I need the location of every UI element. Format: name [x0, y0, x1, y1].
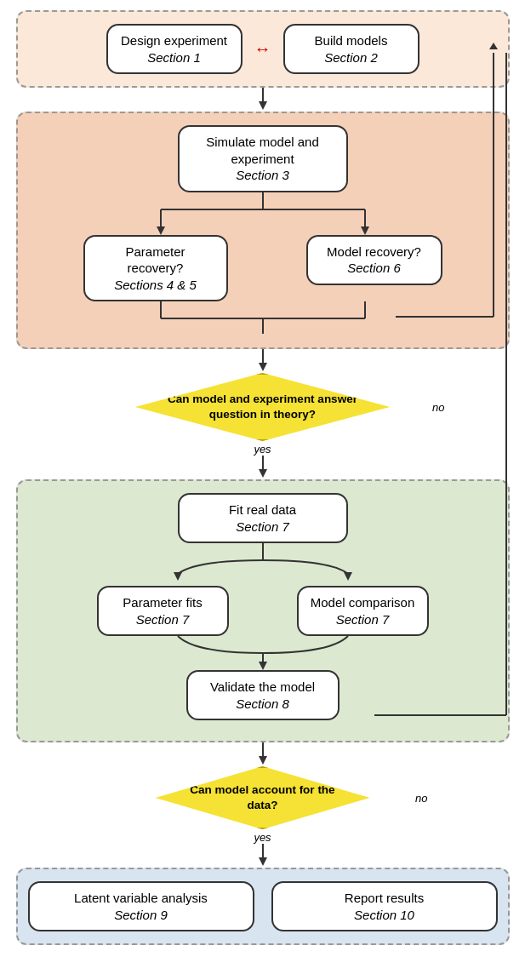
merge-svg-1 — [84, 301, 442, 335]
diamond1-no-label: no — [432, 401, 444, 414]
parameter-fits-label: Parameter fits — [123, 595, 202, 610]
design-experiment-box: Design experiment Section 1 — [106, 24, 243, 74]
fit-real-data-label: Fit real data — [229, 502, 296, 517]
flowchart: Design experiment Section 1 ↔ Build mode… — [0, 0, 525, 955]
branch-svg-2 — [93, 543, 433, 586]
svg-marker-7 — [361, 226, 369, 235]
simulate-section-bg: Simulate model and experiment Section 3 — [16, 112, 510, 349]
parameter-recovery-section: Sections 4 & 5 — [97, 277, 214, 294]
diamond1-wrapper: Can model and experiment answer question… — [118, 373, 408, 441]
model-comparison-label: Model comparison — [311, 595, 415, 610]
simulate-label: Simulate model and experiment — [206, 135, 319, 166]
parameter-recovery-label: Parameter recovery? — [125, 244, 185, 276]
svg-marker-24 — [259, 857, 267, 866]
latent-variable-section: Section 9 — [42, 907, 241, 924]
merge-svg-2 — [93, 636, 433, 670]
svg-marker-17 — [174, 572, 182, 581]
report-results-label: Report results — [345, 891, 424, 905]
validate-box: Validate the model Section 8 — [186, 670, 340, 720]
double-arrow-icon: ↔ — [251, 39, 275, 59]
diamond2-container: Can model account for the data? no yes — [16, 766, 510, 844]
parameter-fits-box: Parameter fits Section 7 — [97, 586, 229, 636]
arrow-4 — [250, 742, 276, 766]
arrow-3 — [250, 456, 276, 479]
blue-section-bg: Latent variable analysis Section 9 Repor… — [16, 868, 510, 945]
model-recovery-label: Model recovery? — [327, 244, 421, 259]
arrow-1 — [250, 88, 276, 112]
top-section-bg: Design experiment Section 1 ↔ Build mode… — [16, 10, 510, 88]
model-recovery-section: Section 6 — [320, 260, 429, 277]
arrow-5 — [250, 844, 276, 868]
top-row: Design experiment Section 1 ↔ Build mode… — [28, 24, 498, 74]
diamond1-container: Can model and experiment answer question… — [16, 373, 510, 456]
svg-marker-22 — [259, 756, 267, 765]
diamond2-no-label: no — [415, 792, 427, 805]
latent-variable-label: Latent variable analysis — [74, 891, 208, 905]
diamond2-wrapper: Can model account for the data? no — [135, 766, 391, 829]
parameter-fits-section: Section 7 — [111, 611, 215, 628]
diamond1-label: Can model and experiment answer question… — [161, 392, 365, 421]
fit-real-data-box: Fit real data Section 7 — [178, 493, 348, 543]
build-models-box: Build models Section 2 — [283, 24, 419, 74]
diamond2-shape: Can model account for the data? — [135, 766, 391, 829]
svg-marker-15 — [259, 469, 267, 478]
diamond2-label: Can model account for the data? — [180, 782, 346, 812]
simulate-section: Section 3 — [191, 167, 334, 184]
parameter-recovery-box: Parameter recovery? Sections 4 & 5 — [83, 235, 228, 302]
fit-real-data-section: Section 7 — [191, 519, 334, 536]
diamond1-shape: Can model and experiment answer question… — [118, 373, 408, 441]
report-results-section: Section 10 — [285, 907, 484, 924]
svg-marker-18 — [344, 572, 352, 581]
design-experiment-section: Section 1 — [120, 49, 229, 66]
report-results-box: Report results Section 10 — [271, 881, 498, 931]
validate-label: Validate the model — [210, 679, 315, 694]
green-section-bg: Fit real data Section 7 Parameter fits S… — [16, 479, 510, 742]
model-comparison-section: Section 7 — [311, 611, 415, 628]
bottom-row: Latent variable analysis Section 9 Repor… — [28, 881, 498, 931]
fits-comparison-row: Parameter fits Section 7 Model compariso… — [28, 586, 498, 636]
model-comparison-box: Model comparison Section 7 — [297, 586, 429, 636]
design-experiment-label: Design experiment — [121, 33, 227, 48]
svg-marker-5 — [157, 226, 165, 235]
model-recovery-box: Model recovery? Section 6 — [306, 235, 442, 285]
build-models-section: Section 2 — [297, 49, 406, 66]
diamond2-yes-label: yes — [254, 831, 271, 844]
svg-marker-13 — [259, 363, 267, 371]
build-models-label: Build models — [315, 33, 388, 48]
diamond1-yes-label: yes — [254, 443, 271, 456]
recovery-row: Parameter recovery? Sections 4 & 5 Model… — [28, 235, 498, 302]
arrow-2 — [250, 349, 276, 373]
validate-section: Section 8 — [200, 696, 326, 713]
svg-marker-1 — [259, 101, 267, 110]
svg-marker-20 — [259, 662, 267, 670]
simulate-box: Simulate model and experiment Section 3 — [178, 125, 348, 192]
latent-variable-box: Latent variable analysis Section 9 — [28, 881, 254, 931]
branch-svg-1 — [84, 192, 442, 235]
